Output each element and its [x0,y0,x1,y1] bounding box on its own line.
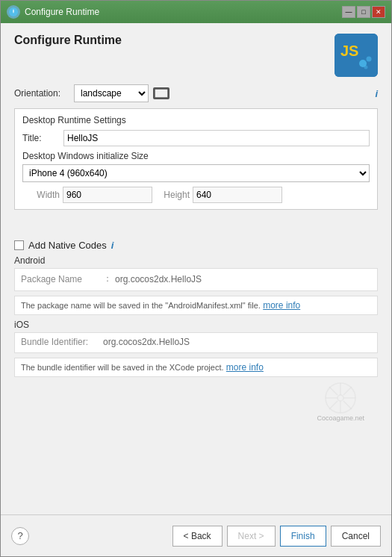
android-info-text: The package name will be saved in the "A… [21,301,261,310]
desktop-runtime-title: Desktop Runtime Settings [22,115,370,125]
android-package-box: Package Name ： org.cocos2dx.HelloJS [14,268,378,291]
ios-info-text: The bundle identifier will be saved in t… [21,363,224,372]
title-bar: Configure Runtime — □ ✕ [1,1,391,23]
window-size-label: Desktop Windows initialize Size [22,151,370,161]
svg-line-16 [329,401,337,409]
content-area: Configure Runtime JS Orientation: landsc… [1,23,391,556]
svg-line-14 [343,401,352,409]
native-codes-row: Add Native Codes i [14,240,378,251]
height-input[interactable] [193,187,282,203]
header-section: Configure Runtime JS [1,23,391,84]
android-package-label: Package Name [21,274,103,284]
svg-point-8 [337,395,343,401]
back-button[interactable]: < Back [172,526,223,547]
help-button[interactable]: ? [11,527,29,545]
ios-bundle-box: Bundle Identifier: org.cocos2dx.HelloJS [14,332,378,353]
footer-right: < Back Next > Finish Cancel [172,526,381,547]
next-button[interactable]: Next > [227,526,276,547]
native-codes-info-icon[interactable]: i [111,240,114,251]
svg-text:JS: JS [340,43,358,59]
ios-info-box: The bundle identifier will be saved in t… [14,358,378,377]
title-field-row: Title: [22,130,370,146]
ios-title: iOS [14,320,378,330]
watermark-circle: Cocoagame.net [317,382,364,422]
ios-more-info-link[interactable]: more info [226,362,264,373]
app-icon [7,5,20,19]
watermark: Cocoagame.net [14,382,378,422]
minimize-button[interactable]: — [342,6,355,18]
svg-line-15 [343,387,352,395]
android-package-row: Package Name ： org.cocos2dx.HelloJS [21,273,371,285]
empty-space [14,217,378,240]
landscape-icon [153,87,169,99]
width-input[interactable] [63,187,152,203]
selection-select[interactable]: iPhone 4 (960x640) Custom [22,164,370,182]
orientation-info-icon[interactable]: i [375,88,378,99]
svg-point-4 [367,57,372,62]
selection-row: iPhone 4 (960x640) Custom [22,164,370,182]
android-section: Android Package Name ： org.cocos2dx.Hell… [14,255,378,315]
android-more-info-link[interactable]: more info [263,300,300,311]
android-package-sep: ： [103,273,112,285]
maximize-button[interactable]: □ [357,6,370,18]
android-info-box: The package name will be saved in the "A… [14,296,378,315]
android-title: Android [14,255,378,266]
width-label: Width [22,190,60,200]
title-field-label: Title: [22,133,63,143]
orientation-select[interactable]: landscape portrait [74,84,149,102]
orientation-label: Orientation: [14,88,74,99]
footer: ? < Back Next > Finish Cancel [1,514,391,556]
window-title: Configure Runtime [25,7,99,17]
native-codes-checkbox[interactable] [14,240,24,250]
watermark-wheel-icon [324,382,357,414]
ios-bundle-value: org.cocos2dx.HelloJS [103,337,190,347]
ios-bundle-label: Bundle Identifier: [21,337,103,347]
svg-line-13 [329,387,337,395]
android-package-value: org.cocos2dx.HelloJS [115,274,202,284]
title-input[interactable] [63,130,370,146]
native-codes-label: Add Native Codes [28,240,107,251]
main-form: Orientation: landscape portrait i Deskto… [1,84,391,514]
dimension-row: Width Height [22,187,370,203]
page-title: Configure Runtime [14,34,122,47]
svg-point-5 [364,66,368,69]
title-bar-buttons: — □ ✕ [342,6,385,18]
cancel-button[interactable]: Cancel [331,526,381,547]
height-label: Height [152,190,190,200]
orientation-row: Orientation: landscape portrait i [14,84,378,102]
watermark-text: Cocoagame.net [317,414,364,422]
footer-left: ? [11,527,29,545]
window: Configure Runtime — □ ✕ Configure Runtim… [0,0,392,557]
header-logo: JS [335,34,378,77]
desktop-runtime-box: Desktop Runtime Settings Title: Desktop … [14,108,378,210]
ios-bundle-row: Bundle Identifier: org.cocos2dx.HelloJS [21,337,371,347]
finish-button[interactable]: Finish [280,526,326,547]
title-bar-left: Configure Runtime [7,5,99,19]
svg-rect-6 [155,89,168,98]
close-button[interactable]: ✕ [372,6,385,18]
ios-section: iOS Bundle Identifier: org.cocos2dx.Hell… [14,320,378,377]
help-icon: ? [17,530,22,541]
